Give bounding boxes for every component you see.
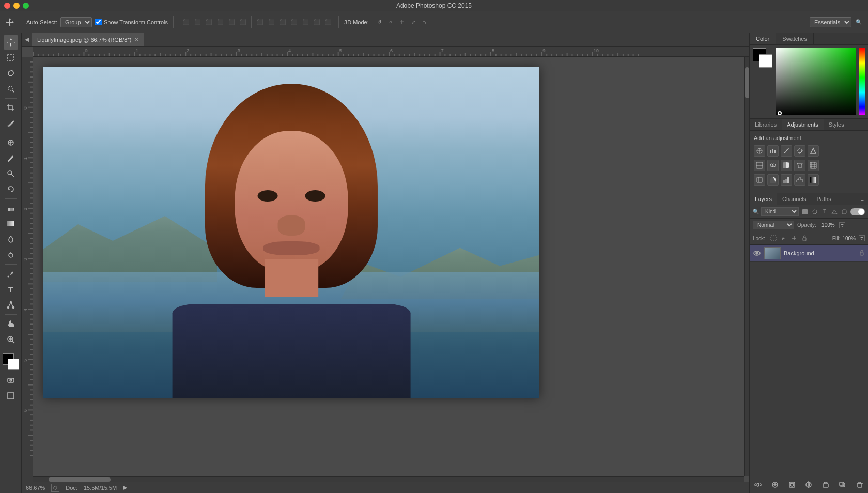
filter-type-icon[interactable]: T (820, 208, 829, 216)
opacity-stepper[interactable] (839, 222, 845, 228)
distribute-middle-v-icon[interactable]: ⬛ (300, 17, 311, 27)
status-arrow[interactable]: ▶ (123, 484, 127, 491)
adjust-panel-menu[interactable]: ≡ (857, 119, 868, 130)
text-tool[interactable]: T (4, 282, 18, 297)
fill-stepper[interactable] (859, 235, 865, 241)
eyedropper-tool[interactable] (4, 116, 18, 131)
distribute-left-icon[interactable]: ⬛ (255, 17, 265, 27)
color-balance-icon[interactable] (767, 160, 779, 171)
minimize-button[interactable] (13, 3, 20, 9)
background-color-swatch[interactable] (8, 359, 19, 370)
3d-orbit-icon[interactable]: ○ (385, 17, 396, 27)
window-controls[interactable] (4, 3, 29, 9)
lock-position-icon[interactable] (790, 234, 798, 242)
color-lookup-icon[interactable] (754, 174, 765, 186)
align-bottom-icon[interactable]: ⬛ (238, 17, 248, 27)
maximize-button[interactable] (23, 3, 29, 9)
posterize-icon[interactable] (781, 174, 792, 186)
lock-transparent-icon[interactable] (769, 234, 778, 242)
screen-mode-tool[interactable] (4, 389, 18, 403)
lock-paint-icon[interactable] (780, 234, 788, 242)
gradient-tool[interactable] (4, 217, 18, 231)
distribute-bottom-icon[interactable]: ⬛ (312, 17, 322, 27)
color-selector[interactable] (3, 353, 19, 370)
dodge-tool[interactable] (4, 248, 18, 262)
delete-layer-button[interactable] (855, 480, 865, 490)
tab-adjustments[interactable]: Adjustments (782, 119, 824, 130)
tab-libraries[interactable]: Libraries (750, 119, 782, 130)
tab-styles[interactable]: Styles (824, 119, 849, 130)
layer-filter-dropdown[interactable]: Kind (761, 207, 799, 216)
add-layer-mask-button[interactable] (787, 480, 797, 490)
layer-filter-toggle[interactable] (850, 208, 865, 215)
invert-icon[interactable] (767, 174, 779, 186)
background-color[interactable] (759, 54, 772, 68)
fg-bg-color-indicator[interactable] (753, 48, 772, 68)
brush-tool[interactable] (4, 151, 18, 165)
layer-visibility-toggle[interactable] (753, 249, 761, 257)
filter-adjustment-icon[interactable] (811, 208, 819, 216)
3d-scale-icon[interactable]: ⤡ (420, 17, 430, 27)
channel-mixer-icon[interactable] (808, 160, 819, 171)
document-tab-close[interactable]: ✕ (134, 37, 138, 42)
3d-rotate-icon[interactable]: ↺ (374, 17, 384, 27)
layer-item[interactable]: Background (750, 245, 868, 262)
curves-icon[interactable] (781, 145, 792, 157)
crop-tool[interactable] (4, 101, 18, 115)
3d-slide-icon[interactable]: ⤢ (408, 17, 419, 27)
gradient-map-icon[interactable] (808, 174, 819, 186)
quick-mask-tool[interactable] (4, 373, 18, 388)
distribute-right-icon[interactable]: ⬛ (277, 17, 288, 27)
create-fill-adjustment-button[interactable] (803, 480, 814, 490)
color-panel-menu[interactable]: ≡ (857, 33, 868, 44)
move-tool[interactable] (4, 35, 18, 50)
zoom-tool[interactable] (4, 332, 18, 347)
move-tool-icon[interactable] (4, 17, 16, 28)
search-icon[interactable]: 🔍 (854, 17, 864, 27)
black-white-icon[interactable] (781, 160, 792, 171)
exposure-icon[interactable] (794, 145, 805, 157)
path-selection-tool[interactable] (4, 298, 18, 312)
link-layers-button[interactable] (753, 480, 763, 490)
threshold-icon[interactable] (794, 174, 805, 186)
quick-selection-tool[interactable] (4, 82, 18, 96)
align-center-h-icon[interactable]: ⬛ (192, 17, 203, 27)
hue-saturation-icon[interactable] (754, 160, 765, 171)
color-saturation-brightness[interactable] (776, 48, 856, 115)
vertical-scrollbar[interactable] (744, 57, 749, 476)
tab-layers[interactable]: Layers (750, 193, 777, 205)
auto-align-icon[interactable]: ⬛ (323, 17, 333, 27)
create-group-button[interactable] (820, 480, 831, 490)
layers-panel-menu[interactable]: ≡ (857, 193, 868, 205)
3d-pan-icon[interactable]: ✛ (397, 17, 407, 27)
eraser-tool[interactable] (4, 201, 18, 215)
blend-mode-dropdown[interactable]: Normal (753, 221, 794, 229)
clone-stamp-tool[interactable] (4, 166, 18, 181)
filter-smart-icon[interactable] (840, 208, 848, 216)
tab-left-arrow[interactable]: ◀ (22, 36, 32, 43)
align-middle-v-icon[interactable]: ⬛ (226, 17, 237, 27)
blur-tool[interactable] (4, 232, 18, 246)
brightness-contrast-icon[interactable] (754, 145, 765, 157)
lasso-tool[interactable] (4, 66, 18, 81)
photo-filter-icon[interactable] (794, 160, 805, 171)
history-brush-tool[interactable] (4, 182, 18, 196)
tab-swatches[interactable]: Swatches (776, 33, 814, 44)
horizontal-scroll-thumb[interactable] (49, 477, 111, 482)
align-left-icon[interactable]: ⬛ (181, 17, 191, 27)
close-button[interactable] (4, 3, 10, 9)
hue-slider[interactable] (859, 48, 865, 115)
rectangular-marquee-tool[interactable] (4, 51, 18, 65)
add-layer-style-button[interactable] (770, 480, 780, 490)
transform-controls-checkbox[interactable] (95, 19, 102, 25)
vibrance-icon[interactable] (808, 145, 819, 157)
align-top-icon[interactable]: ⬛ (215, 17, 225, 27)
filter-shape-icon[interactable] (830, 208, 839, 216)
tab-paths[interactable]: Paths (812, 193, 836, 205)
distribute-center-h-icon[interactable]: ⬛ (266, 17, 276, 27)
filter-pixel-icon[interactable] (801, 208, 809, 216)
create-layer-button[interactable] (838, 480, 848, 490)
export-button[interactable]: ⬡ (51, 484, 59, 492)
vertical-scroll-thumb[interactable] (745, 67, 749, 98)
healing-brush-tool[interactable] (4, 135, 18, 150)
